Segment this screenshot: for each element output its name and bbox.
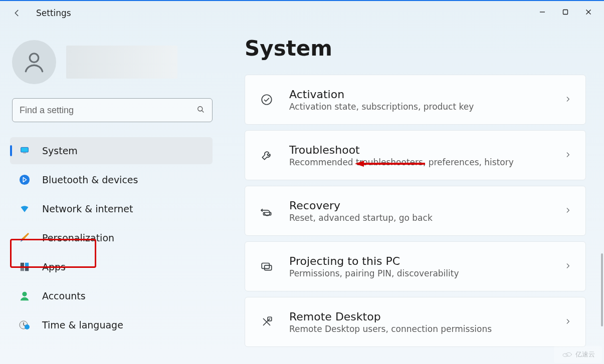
chevron-right-icon [564, 206, 571, 216]
sidebar-item-apps[interactable]: Apps [10, 253, 213, 280]
sidebar-item-label: Time & language [42, 319, 123, 330]
sidebar-item-label: Accounts [42, 290, 86, 301]
close-button[interactable] [577, 3, 600, 21]
sidebar-item-personalization[interactable]: Personalization [10, 224, 213, 251]
recovery-icon [259, 204, 274, 217]
card-description: Remote Desktop users, connection permiss… [289, 324, 492, 334]
card-recovery[interactable]: RecoveryReset, advanced startup, go back [245, 186, 586, 236]
chevron-right-icon [564, 262, 571, 271]
sidebar: SystemBluetooth & devicesNetwork & inter… [0, 25, 215, 364]
search-box[interactable] [12, 98, 213, 122]
wrench-icon [259, 149, 274, 162]
svg-point-17 [25, 324, 30, 329]
maximize-button[interactable] [554, 3, 577, 21]
scrollbar-thumb[interactable] [601, 253, 603, 326]
apps-icon [18, 260, 31, 273]
card-title: Remote Desktop [289, 310, 492, 323]
sidebar-item-label: Bluetooth & devices [42, 174, 138, 185]
svg-rect-14 [25, 267, 29, 271]
svg-point-4 [30, 54, 39, 63]
card-title: Activation [289, 88, 474, 101]
sidebar-item-accounts[interactable]: Accounts [10, 282, 213, 309]
clock-globe-icon [18, 318, 31, 331]
person-icon [18, 289, 31, 302]
search-icon [196, 105, 205, 116]
sidebar-item-label: Personalization [42, 232, 114, 243]
sidebar-item-label: Network & internet [42, 203, 133, 214]
sidebar-item-label: Apps [42, 261, 66, 272]
svg-rect-12 [25, 263, 29, 266]
card-title: Recovery [289, 199, 433, 212]
minimize-button[interactable] [531, 3, 554, 21]
search-input[interactable] [20, 105, 196, 116]
card-title: Projecting to this PC [289, 255, 459, 267]
remote-icon [259, 315, 274, 328]
svg-rect-1 [563, 10, 568, 15]
chevron-right-icon [564, 151, 571, 160]
wifi-icon [18, 202, 31, 215]
svg-rect-11 [21, 263, 24, 266]
nav-list: SystemBluetooth & devicesNetwork & inter… [10, 137, 215, 338]
app-title: Settings [36, 8, 71, 18]
svg-rect-8 [21, 148, 28, 152]
project-icon [259, 260, 274, 273]
svg-rect-13 [21, 267, 24, 271]
avatar [12, 40, 56, 84]
sidebar-item-system[interactable]: System [10, 137, 213, 164]
brush-icon [18, 231, 31, 244]
svg-rect-21 [265, 265, 272, 270]
chevron-right-icon [564, 317, 571, 327]
card-description: Activation state, subscriptions, product… [289, 102, 474, 112]
sidebar-item-bluetooth-devices[interactable]: Bluetooth & devices [10, 166, 213, 193]
svg-point-15 [22, 292, 27, 296]
card-description: Permissions, pairing PIN, discoverabilit… [289, 268, 459, 278]
card-remote-desktop[interactable]: Remote DesktopRemote Desktop users, conn… [245, 297, 586, 347]
svg-rect-9 [23, 153, 26, 154]
titlebar: Settings [0, 1, 604, 25]
svg-point-10 [20, 175, 30, 185]
card-troubleshoot[interactable]: TroubleshootRecommended troubleshooters,… [245, 130, 586, 180]
chevron-right-icon [564, 95, 571, 105]
svg-rect-20 [262, 263, 269, 269]
sidebar-item-time-language[interactable]: Time & language [10, 311, 213, 338]
sidebar-item-network-internet[interactable]: Network & internet [10, 195, 213, 222]
svg-line-6 [202, 111, 204, 112]
card-description: Recommended troubleshooters, preferences… [289, 157, 514, 167]
card-projecting-to-this-pc[interactable]: Projecting to this PCPermissions, pairin… [245, 241, 586, 291]
account-name-placeholder [66, 46, 177, 79]
monitor-icon [18, 144, 31, 157]
bluetooth-icon [18, 173, 31, 186]
back-icon[interactable] [11, 8, 22, 19]
page-title: System [245, 36, 586, 61]
cards-container: ActivationActivation state, subscription… [245, 75, 586, 347]
card-title: Troubleshoot [289, 144, 514, 156]
svg-point-18 [262, 95, 272, 105]
main-panel: System ActivationActivation state, subsc… [215, 25, 604, 364]
profile-block[interactable] [12, 40, 215, 84]
sidebar-item-label: System [42, 145, 78, 156]
card-description: Reset, advanced startup, go back [289, 213, 433, 223]
check-circle-icon [259, 93, 274, 106]
card-activation[interactable]: ActivationActivation state, subscription… [245, 75, 586, 125]
